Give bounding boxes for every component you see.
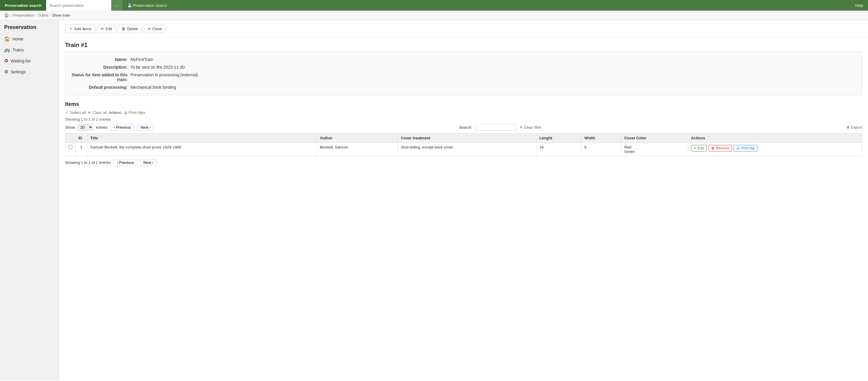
col-title: Title — [87, 133, 317, 143]
chevron-right-bottom-icon: › — [152, 160, 154, 165]
col-checkbox — [65, 133, 75, 143]
col-id: ID — [75, 133, 87, 143]
row-length: 24 — [536, 143, 581, 156]
row-edit-button[interactable]: ✏ Edit — [691, 145, 707, 152]
sidebar-item-trains-label: Trains — [12, 47, 24, 52]
showing-text-top: Showing 1 to 1 of 1 entries — [65, 117, 862, 122]
chevron-left-bottom-icon: ‹ — [117, 160, 118, 165]
items-section: Items ✓ Select all ✕ Clear all Actions: … — [59, 101, 868, 166]
row-checkbox-cell — [65, 143, 75, 156]
row-checkbox[interactable] — [68, 145, 72, 149]
main-content: ＋ Add items ✏ Edit 🗑 Delete ✕ Close Trai… — [59, 20, 868, 380]
clear-all-icon: ✕ — [88, 110, 91, 115]
col-actions: Actions — [688, 133, 862, 143]
sidebar-item-settings-label: Settings — [11, 69, 26, 74]
breadcrumb: 🏠 › Preservation › Trains › Show train — [0, 11, 868, 20]
row-width: 6 — [581, 143, 621, 156]
entries-per-page-select[interactable]: 20 50 100 — [78, 124, 93, 131]
edit-icon: ✏ — [101, 27, 104, 31]
row-author: Beckett, Samuel — [317, 143, 398, 156]
row-actions: ✏ Edit 🗑 Remove 🖨 Print slip — [688, 143, 862, 156]
close-button[interactable]: ✕ Close — [144, 25, 166, 33]
info-value-processing: Mechanical book binding — [130, 85, 176, 90]
next-button-bottom[interactable]: Next › — [140, 159, 157, 166]
sidebar-item-home-label: Home — [12, 37, 23, 41]
sidebar-item-home[interactable]: 🏠 Home — [0, 33, 59, 44]
clear-filter-x-icon: ✕ — [520, 125, 523, 130]
info-label-processing: Default processing: — [71, 85, 130, 90]
info-row-status: Status for item added to this train: Pre… — [71, 72, 856, 82]
print-icon: 🖨 — [124, 110, 128, 115]
trains-icon: 🚌 — [4, 47, 10, 53]
row-title: Samuel Beckett: the complete short prose… — [87, 143, 317, 156]
topbar-search-input[interactable] — [46, 0, 111, 11]
table-controls-top: Show 20 50 100 entries ‹ Previous Next ›… — [65, 124, 862, 131]
delete-icon: 🗑 — [122, 27, 125, 31]
items-title: Items — [65, 101, 862, 107]
table-body: 1 Samuel Beckett: the complete short pro… — [65, 143, 862, 156]
info-value-name: MyFirstTrain — [130, 57, 153, 62]
chevron-left-icon: ‹ — [114, 125, 115, 130]
delete-button[interactable]: 🗑 Delete — [118, 25, 142, 33]
sidebar-title: Preservation — [0, 20, 59, 33]
action-toolbar: ＋ Add items ✏ Edit 🗑 Delete ✕ Close — [59, 20, 868, 38]
train-info-box: Name: MyFirstTrain Description: To be se… — [65, 52, 862, 95]
select-all-link[interactable]: Select all — [70, 110, 86, 115]
next-button-top[interactable]: Next › — [137, 124, 154, 131]
waiting-list-icon: ♻ — [4, 58, 8, 64]
search-input[interactable] — [475, 124, 517, 131]
edit-row-icon: ✏ — [694, 146, 697, 150]
train-title: Train #1 — [59, 38, 868, 52]
actions-label: Actions: — [108, 110, 122, 115]
bottom-pagination: Showing 1 to 1 of 1 entries ‹ Previous N… — [65, 159, 862, 166]
sidebar-item-waiting-list-label: Waiting list — [11, 59, 30, 63]
showing-text-bottom: Showing 1 to 1 of 1 entries — [65, 160, 111, 165]
previous-button-bottom[interactable]: ‹ Previous — [114, 159, 137, 166]
add-icon: ＋ — [69, 26, 73, 31]
topbar-preservation-search-link[interactable]: 💾 Preservation search — [122, 0, 172, 11]
print-slip-icon: 🖨 — [736, 146, 740, 150]
topbar-search-button[interactable]: → — [111, 0, 122, 11]
col-length: Lenght — [536, 133, 581, 143]
col-cover-color: Cover Color — [621, 133, 688, 143]
row-print-slip-button[interactable]: 🖨 Print slip — [734, 145, 757, 152]
breadcrumb-sep-2: › — [35, 13, 36, 18]
search-arrow-icon: → — [115, 3, 119, 8]
sidebar-item-trains[interactable]: 🚌 Trains — [0, 44, 59, 55]
sidebar: Preservation 🏠 Home 🚌 Trains ♻ Waiting l… — [0, 20, 59, 380]
clear-filter-button[interactable]: ✕ Clear filter — [520, 125, 541, 130]
sidebar-item-settings[interactable]: ⚙ Settings — [0, 66, 59, 77]
print-slips-link[interactable]: 🖨 Print slips — [124, 110, 146, 115]
select-all-icon: ✓ — [65, 110, 68, 115]
info-row-description: Description: To be sent on the 2023-11-3… — [71, 65, 856, 69]
show-label: Show — [65, 125, 75, 130]
previous-button-top[interactable]: ‹ Previous — [111, 124, 134, 131]
items-actions-bar: ✓ Select all ✕ Clear all Actions: 🖨 Prin… — [65, 110, 862, 115]
sidebar-item-waiting-list[interactable]: ♻ Waiting list — [0, 55, 59, 66]
add-items-button[interactable]: ＋ Add items — [65, 24, 95, 33]
chevron-right-icon: › — [149, 125, 150, 130]
breadcrumb-preservation[interactable]: Preservation — [12, 13, 34, 18]
items-table: ID Title Author Cover treatment Lenght W… — [65, 133, 862, 156]
export-icon: ⬇ — [846, 125, 850, 130]
edit-button[interactable]: ✏ Edit — [97, 25, 116, 33]
breadcrumb-sep-3: › — [50, 13, 51, 18]
help-button[interactable]: Help — [850, 0, 868, 11]
breadcrumb-trains[interactable]: Trains — [38, 13, 49, 18]
table-header-row: ID Title Author Cover treatment Lenght W… — [65, 133, 862, 143]
col-cover-treatment: Cover treatment — [398, 133, 536, 143]
export-button[interactable]: ⬇ Export — [846, 125, 862, 130]
topbar-search-form: → — [46, 0, 122, 11]
clear-all-link[interactable]: Clear all — [93, 110, 107, 115]
breadcrumb-sep-1: › — [10, 13, 11, 18]
settings-icon: ⚙ — [4, 69, 8, 74]
close-icon: ✕ — [148, 27, 151, 31]
table-header: ID Title Author Cover treatment Lenght W… — [65, 133, 862, 143]
row-remove-button[interactable]: 🗑 Remove — [709, 145, 732, 152]
topbar-brand[interactable]: Preservation search — [0, 0, 46, 11]
breadcrumb-show-train: Show train — [52, 13, 70, 18]
row-id: 1 — [75, 143, 87, 156]
info-value-description: To be sent on the 2023-11-30. — [130, 65, 186, 69]
col-author: Author — [317, 133, 398, 143]
info-label-name: Name: — [71, 57, 130, 62]
